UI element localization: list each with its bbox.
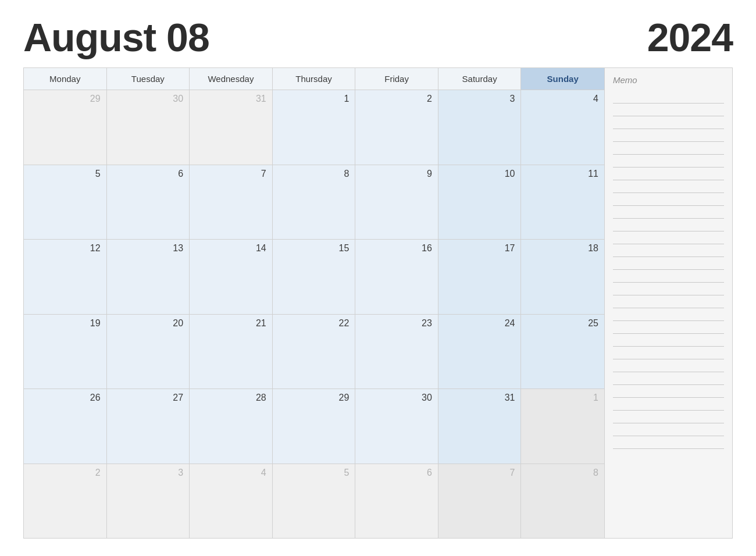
day-number: 6 (359, 468, 432, 478)
day-number: 16 (359, 243, 432, 254)
memo-line[interactable] (613, 411, 724, 423)
day-cell[interactable]: 15 (273, 240, 356, 314)
memo-line[interactable] (613, 398, 724, 411)
day-cell[interactable]: 3 (107, 464, 190, 539)
day-header-saturday: Saturday (438, 68, 522, 90)
day-number: 3 (110, 468, 184, 478)
memo-line[interactable] (613, 116, 724, 129)
day-cell[interactable]: 24 (438, 315, 522, 389)
day-cell[interactable]: 23 (355, 315, 438, 389)
calendar-wrapper: MondayTuesdayWednesdayThursdayFridaySatu… (23, 67, 733, 539)
day-cell[interactable]: 7 (190, 165, 273, 240)
day-cell[interactable]: 12 (24, 240, 107, 314)
day-cell[interactable]: 22 (273, 315, 356, 389)
memo-line[interactable] (613, 231, 724, 244)
day-cell[interactable]: 16 (355, 240, 438, 314)
memo-line[interactable] (613, 193, 724, 206)
memo-line[interactable] (613, 142, 724, 155)
day-cell[interactable]: 11 (521, 165, 604, 240)
day-cell[interactable]: 4 (521, 90, 604, 165)
day-cell[interactable]: 4 (190, 464, 273, 539)
day-header-thursday: Thursday (273, 68, 356, 90)
day-cell[interactable]: 27 (107, 389, 190, 464)
day-number: 19 (27, 318, 101, 329)
memo-line[interactable] (613, 359, 724, 372)
memo-section: Memo (605, 67, 733, 539)
memo-line[interactable] (613, 180, 724, 193)
day-number: 12 (27, 243, 101, 254)
day-header-tuesday: Tuesday (107, 68, 190, 90)
day-number: 9 (359, 169, 432, 179)
memo-line[interactable] (613, 155, 724, 167)
day-cell[interactable]: 31 (190, 90, 273, 165)
day-number: 30 (359, 393, 432, 403)
day-cell[interactable]: 14 (190, 240, 273, 314)
day-cell[interactable]: 10 (438, 165, 522, 240)
memo-line[interactable] (613, 347, 724, 359)
memo-line[interactable] (613, 308, 724, 321)
day-cell[interactable]: 3 (438, 90, 522, 165)
day-cell[interactable]: 1 (273, 90, 356, 165)
memo-line[interactable] (613, 372, 724, 385)
day-cell[interactable]: 18 (521, 240, 604, 314)
day-cell[interactable]: 6 (107, 165, 190, 240)
day-number: 10 (442, 169, 515, 179)
day-cell[interactable]: 7 (438, 464, 522, 539)
day-cell[interactable]: 20 (107, 315, 190, 389)
day-cell[interactable]: 6 (355, 464, 438, 539)
day-cell[interactable]: 26 (24, 389, 107, 464)
memo-line[interactable] (613, 321, 724, 334)
day-cell[interactable]: 2 (24, 464, 107, 539)
day-cell[interactable]: 29 (273, 389, 356, 464)
day-cell[interactable]: 30 (107, 90, 190, 165)
memo-line[interactable] (613, 283, 724, 295)
memo-line[interactable] (613, 206, 724, 219)
memo-line[interactable] (613, 295, 724, 308)
day-cell[interactable]: 31 (438, 389, 522, 464)
day-header-wednesday: Wednesday (190, 68, 273, 90)
memo-line[interactable] (613, 104, 724, 116)
day-number: 5 (276, 468, 350, 478)
day-number: 20 (110, 318, 184, 329)
memo-line[interactable] (613, 167, 724, 180)
day-cell[interactable]: 8 (521, 464, 604, 539)
day-cell[interactable]: 5 (24, 165, 107, 240)
calendar-header: August 08 2024 (23, 17, 733, 57)
week-row-2: 567891011 (24, 165, 604, 240)
day-cell[interactable]: 29 (24, 90, 107, 165)
day-number: 21 (193, 318, 266, 329)
day-cell[interactable]: 19 (24, 315, 107, 389)
memo-line[interactable] (613, 91, 724, 104)
memo-line[interactable] (613, 436, 724, 449)
day-number: 2 (27, 468, 101, 478)
calendar-body: 2930311234567891011121314151617181920212… (24, 90, 604, 538)
memo-line[interactable] (613, 244, 724, 257)
day-number: 15 (276, 243, 350, 254)
day-cell[interactable]: 21 (190, 315, 273, 389)
memo-line[interactable] (613, 334, 724, 347)
day-cell[interactable]: 8 (273, 165, 356, 240)
day-cell[interactable]: 9 (355, 165, 438, 240)
day-cell[interactable]: 30 (355, 389, 438, 464)
memo-line[interactable] (613, 385, 724, 398)
day-header-friday: Friday (355, 68, 438, 90)
day-cell[interactable]: 25 (521, 315, 604, 389)
day-headers: MondayTuesdayWednesdayThursdayFridaySatu… (24, 68, 604, 90)
memo-line[interactable] (613, 219, 724, 231)
day-cell[interactable]: 5 (273, 464, 356, 539)
memo-line[interactable] (613, 270, 724, 283)
memo-line[interactable] (613, 423, 724, 436)
day-number: 29 (276, 393, 350, 403)
day-cell[interactable]: 2 (355, 90, 438, 165)
memo-line[interactable] (613, 129, 724, 142)
day-cell[interactable]: 13 (107, 240, 190, 314)
day-number: 24 (442, 318, 515, 329)
day-cell[interactable]: 1 (521, 389, 604, 464)
month-title: August 08 (23, 17, 209, 57)
day-cell[interactable]: 28 (190, 389, 273, 464)
week-row-5: 2627282930311 (24, 389, 604, 464)
day-number: 13 (110, 243, 184, 254)
day-cell[interactable]: 17 (438, 240, 522, 314)
memo-line[interactable] (613, 257, 724, 270)
day-number: 31 (193, 94, 266, 104)
